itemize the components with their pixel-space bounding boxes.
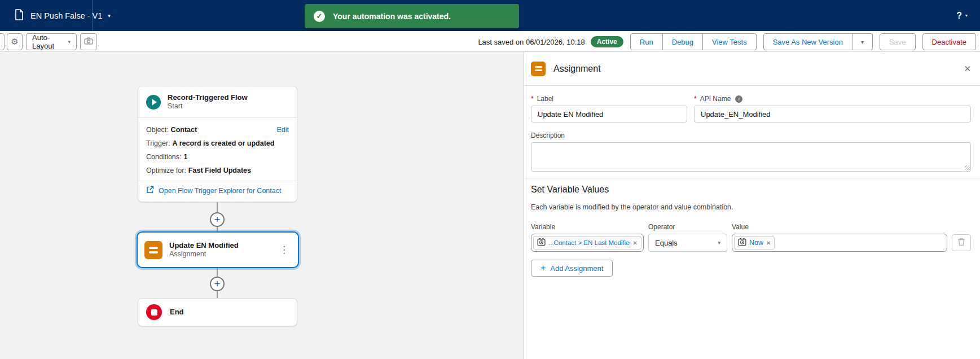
- trigger-explorer-link-row: Open Flow Trigger Explorer for Contact: [138, 181, 297, 200]
- flow-toolbar: ⚙ Auto-Layout ▾ Last saved on 06/01/2026…: [0, 31, 980, 52]
- label-field-label: * Label: [531, 95, 687, 103]
- last-saved-text: Last saved on 06/01/2026, 10:18: [478, 38, 585, 46]
- snapshot-button[interactable]: [80, 33, 97, 50]
- layout-select-label: Auto-Layout: [32, 33, 62, 50]
- save-button[interactable]: Save: [880, 33, 916, 50]
- trash-icon: [957, 238, 965, 248]
- panel-body: * Label * API Name i Description: [524, 86, 980, 277]
- layout-caret-down-icon: ▾: [68, 39, 71, 45]
- section-helper-text: Each variable is modified by the operato…: [531, 203, 971, 211]
- start-node-card[interactable]: Record-Triggered Flow Start Object: Cont…: [138, 86, 297, 202]
- start-node-details: Object: Contact Edit Trigger: A record i…: [138, 117, 297, 181]
- add-element-button[interactable]: +: [210, 277, 225, 291]
- value-pill-text: Now: [749, 239, 763, 247]
- required-marker: *: [531, 95, 534, 103]
- plus-icon: +: [214, 214, 221, 225]
- panel-title: Assignment: [553, 64, 601, 74]
- info-icon[interactable]: i: [735, 95, 742, 103]
- gear-icon: ⚙: [11, 37, 18, 47]
- assignment-node-card[interactable]: Update EN Modified Assignment ⋮: [137, 231, 299, 268]
- start-play-icon: [146, 95, 161, 110]
- help-caret-down-icon[interactable]: ▾: [965, 13, 968, 18]
- add-element-button[interactable]: +: [210, 212, 225, 227]
- navbar-divider: [92, 0, 93, 31]
- start-node-title: Record-Triggered Flow: [168, 93, 248, 102]
- status-badge: Active: [591, 36, 623, 47]
- add-assignment-button[interactable]: + Add Assignment: [531, 260, 613, 277]
- help-icon[interactable]: ?: [956, 11, 962, 21]
- deactivate-button[interactable]: Deactivate: [922, 33, 976, 50]
- debug-button[interactable]: Debug: [663, 33, 703, 50]
- label-input[interactable]: [531, 106, 687, 122]
- value-column-label: Value: [732, 223, 947, 231]
- api-name-field-label: * API Name i: [694, 95, 971, 103]
- plus-icon: +: [540, 264, 546, 273]
- toast-check-icon: ✓: [314, 11, 325, 22]
- object-value: Contact: [171, 123, 197, 137]
- value-pill: Now ✕: [734, 236, 775, 249]
- variable-pill: ...Contact > EN Last Modified Date ✕: [533, 236, 641, 249]
- variable-pill-text: ...Contact > EN Last Modified Date: [548, 239, 630, 246]
- operator-caret-down-icon: ▾: [718, 240, 720, 246]
- flow-canvas[interactable]: Record-Triggered Flow Start Object: Cont…: [0, 52, 524, 359]
- connector-line: [217, 268, 218, 277]
- toast-message: Your automation was activated.: [333, 12, 451, 21]
- end-stop-icon: [146, 304, 162, 320]
- remove-variable-icon[interactable]: ✕: [633, 240, 638, 246]
- start-conditions-row: Conditions: 1: [146, 150, 289, 164]
- trigger-explorer-link[interactable]: Open Flow Trigger Explorer for Contact: [159, 187, 281, 195]
- start-node-subtitle: Start: [168, 102, 248, 111]
- assignment-node-subtitle: Assignment: [169, 250, 239, 259]
- end-node-card[interactable]: End: [138, 298, 297, 326]
- connector-line: [217, 291, 218, 298]
- description-textarea[interactable]: [531, 142, 971, 172]
- help-menu[interactable]: ? ▾: [956, 0, 968, 31]
- external-link-icon: [146, 186, 154, 196]
- value-combobox[interactable]: Now ✕: [732, 234, 947, 252]
- operator-value: Equals: [655, 239, 678, 247]
- textarea-resize-handle[interactable]: [965, 165, 970, 170]
- flow-document-icon: [15, 9, 24, 23]
- assignment-equals-icon: [144, 241, 162, 259]
- toolbox-button-partial[interactable]: [0, 33, 5, 50]
- start-node-header: Record-Triggered Flow Start: [138, 86, 297, 117]
- trigger-value: A record is created or updated: [173, 137, 275, 150]
- datetime-icon: [537, 238, 546, 248]
- kebab-menu-icon[interactable]: ⋮: [277, 244, 291, 256]
- connector-line: [217, 202, 218, 212]
- api-name-input[interactable]: [694, 106, 971, 122]
- save-as-new-version-group: Save As New Version ▾: [763, 33, 873, 50]
- assignment-row-labels: Variable Operator Value ...Contact > EN …: [531, 223, 971, 252]
- section-divider: [524, 178, 980, 178]
- variable-combobox[interactable]: ...Contact > EN Last Modified Date ✕: [531, 234, 644, 252]
- conditions-label: Conditions:: [146, 150, 182, 164]
- remove-value-icon[interactable]: ✕: [766, 240, 771, 246]
- view-tests-button[interactable]: View Tests: [703, 33, 757, 50]
- save-as-new-version-button[interactable]: Save As New Version: [763, 33, 852, 50]
- camera-icon: [84, 37, 93, 46]
- datetime-icon: [738, 238, 746, 248]
- edit-link[interactable]: Edit: [276, 123, 289, 137]
- close-icon[interactable]: ✕: [964, 64, 971, 74]
- assignment-property-panel: Assignment ✕ * Label * API Name i: [524, 52, 980, 359]
- toolbar-right-group: Last saved on 06/01/2026, 10:18 Active R…: [478, 33, 976, 50]
- optimize-value: Fast Field Updates: [188, 164, 251, 177]
- delete-assignment-button[interactable]: [952, 234, 971, 251]
- start-object-row: Object: Contact Edit: [146, 123, 289, 137]
- layout-select[interactable]: Auto-Layout ▾: [26, 33, 77, 50]
- description-field-label: Description: [531, 132, 971, 139]
- flow-name-caret-down-icon[interactable]: ▾: [108, 13, 111, 19]
- start-optimize-row: Optimize for: Fast Field Updates: [146, 164, 289, 177]
- settings-button[interactable]: ⚙: [7, 33, 23, 50]
- optimize-label: Optimize for:: [146, 164, 186, 177]
- add-assignment-label: Add Assignment: [550, 264, 603, 273]
- run-button[interactable]: Run: [630, 33, 663, 50]
- assignment-equals-icon: [531, 62, 546, 76]
- end-node-title: End: [170, 308, 184, 317]
- operator-column-label: Operator: [648, 223, 727, 231]
- panel-header: Assignment ✕: [524, 52, 980, 86]
- required-marker: *: [694, 95, 697, 103]
- operator-select[interactable]: Equals ▾: [648, 234, 727, 252]
- save-as-caret-down-icon[interactable]: ▾: [852, 33, 873, 50]
- trigger-label: Trigger:: [146, 137, 170, 150]
